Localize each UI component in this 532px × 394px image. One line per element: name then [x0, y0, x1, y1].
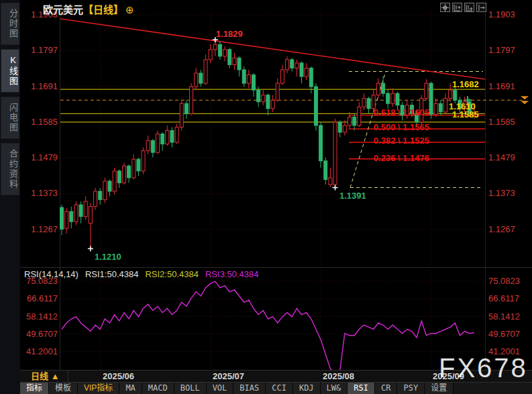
candle [237, 58, 241, 70]
candle [103, 181, 107, 200]
axis-tick-label: 1.1479 [31, 152, 58, 162]
candle [314, 87, 317, 126]
candle [338, 122, 341, 132]
axis-tick-label: 66.6117 [27, 293, 58, 303]
candle [309, 68, 313, 87]
chart-toolbar [440, 3, 486, 12]
candle [372, 95, 375, 109]
axis-tick-label: 1.1691 [488, 81, 515, 91]
candle [79, 205, 83, 217]
candle [204, 60, 207, 83]
candle [166, 130, 169, 144]
candle [213, 44, 217, 50]
candle [319, 126, 323, 161]
candle [242, 70, 246, 83]
candle [228, 50, 231, 65]
month-label: 2025/08 [323, 371, 354, 381]
candle [184, 103, 188, 113]
candle [333, 122, 337, 185]
period-name: 【日线】 [83, 4, 123, 15]
axis-tick-label: 1.1585 [488, 117, 515, 127]
period-selector[interactable]: 日线 ▲ [23, 371, 68, 383]
tab-VOL[interactable]: VOL [207, 383, 234, 394]
tab-CR[interactable]: CR [375, 383, 397, 394]
axis-tick-label: 1.1373 [31, 188, 58, 198]
rsi2-value: RSI2:50.4384 [145, 269, 199, 279]
indicator-toolbar: 指标模板VIP指标MAMACDBOLLVOLBIASCCIKDJLW&RSICR… [20, 383, 532, 394]
tab-KDJ[interactable]: KDJ [293, 383, 321, 394]
tab-设置[interactable]: 设置 [425, 383, 454, 394]
tab-RSI[interactable]: RSI [348, 383, 375, 394]
candle [290, 60, 294, 68]
tab-PSY[interactable]: PSY [397, 383, 425, 394]
candle [223, 50, 227, 56]
candle [353, 117, 356, 126]
axis-tick-label: 49.6707 [26, 329, 58, 339]
candle [146, 141, 150, 151]
pan-right-icon[interactable] [476, 3, 486, 12]
axis-tick-label: 58.1412 [488, 311, 520, 322]
circled-plus-icon[interactable]: ⊕ [125, 4, 134, 15]
tab-模板[interactable]: 模板 [49, 383, 78, 394]
candle [376, 83, 380, 95]
candle [108, 181, 111, 191]
candle [300, 63, 303, 77]
candle [362, 99, 366, 107]
axis-tick-label: 1.1691 [31, 81, 58, 91]
axis-tick-label: 1.1267 [31, 224, 58, 234]
candle [257, 90, 260, 102]
fib-382-label: 0.382 \ 1.1525 [374, 136, 429, 146]
tab-指标[interactable]: 指标 [20, 383, 49, 394]
candle [117, 171, 121, 183]
candle [137, 159, 140, 171]
rsi-params: RSI(14,14,14) [24, 269, 78, 279]
sidebar-item-K线图[interactable]: K线图 [1, 49, 19, 93]
swing-high-label: 1.1829 [216, 29, 243, 39]
candle [233, 58, 236, 64]
candle [127, 166, 131, 178]
candlestick-chart-canvas[interactable]: 1.19031.19031.17971.17971.16911.16911.15… [20, 0, 532, 370]
tab-BIAS[interactable]: BIAS [233, 383, 266, 394]
candle [429, 83, 433, 114]
crosshair-icon[interactable] [440, 3, 450, 12]
candle [324, 161, 327, 180]
sidebar-item-分时图[interactable]: 分时图 [1, 3, 19, 45]
fib-618-label: 0.618 \ 1.1605 [374, 107, 429, 117]
axis-tick-label: 1.1903 [488, 9, 515, 19]
fib-500-label: 0.500 \ 1.1565 [374, 122, 429, 132]
month-label: 2025/06 [103, 371, 134, 381]
sidebar-item-闪电图[interactable]: 闪电图 [1, 97, 19, 139]
tab-LW&[interactable]: LW& [321, 383, 348, 394]
tab-MACD[interactable]: MACD [142, 383, 174, 394]
candle [295, 63, 299, 68]
candle [358, 107, 361, 126]
rsi3-value: RSI3:50.4384 [205, 269, 259, 279]
tab-VIP指标[interactable]: VIP指标 [78, 383, 119, 394]
candle [89, 207, 92, 224]
fib-236-label: 0.236 \ 1.1476 [374, 153, 429, 163]
candle [170, 130, 174, 142]
candle [84, 201, 87, 217]
candle [262, 95, 265, 102]
candle [382, 83, 385, 93]
candle [74, 205, 78, 221]
axis-tick-label: 1.1373 [488, 188, 515, 198]
tab-MA[interactable]: MA [119, 383, 142, 394]
tab-BOLL[interactable]: BOLL [174, 383, 207, 394]
candle [161, 134, 164, 144]
candle [386, 93, 390, 103]
axis-tick-label: 75.0823 [488, 276, 520, 286]
candle [396, 93, 399, 105]
candle [280, 70, 284, 83]
candle [156, 134, 160, 152]
month-label: 2025/07 [213, 371, 244, 381]
zoom-x-axis-icon[interactable] [452, 3, 462, 12]
axis-tick-label: 1.1797 [31, 45, 58, 55]
candle [99, 191, 102, 200]
sidebar-item-合约资料[interactable]: 合约资料 [1, 143, 19, 195]
candle [122, 166, 125, 183]
candle [444, 99, 447, 112]
candle [348, 117, 352, 126]
tab-CCI[interactable]: CCI [266, 383, 293, 394]
zoom-y-axis-icon[interactable] [464, 3, 474, 12]
